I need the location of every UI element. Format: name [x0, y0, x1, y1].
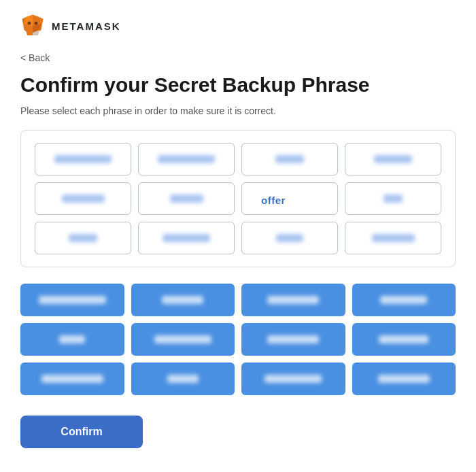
drop-slot-10[interactable]	[138, 222, 235, 254]
word-btn-4[interactable]	[352, 284, 456, 316]
drop-slot-12[interactable]	[345, 222, 441, 254]
drop-slot-4[interactable]	[345, 143, 441, 175]
word-btn-5[interactable]	[20, 323, 124, 356]
drop-slot-3[interactable]	[241, 143, 338, 175]
word-btn-6[interactable]	[131, 323, 235, 356]
word-btn-2[interactable]	[131, 284, 235, 316]
word-btn-9[interactable]	[20, 363, 124, 395]
app-header: METAMASK	[20, 14, 456, 38]
word-btn-8[interactable]	[352, 323, 456, 356]
word-btn-11[interactable]	[241, 363, 345, 395]
word-btn-3[interactable]	[241, 284, 345, 316]
drop-slot-1[interactable]	[35, 143, 131, 175]
word-btn-12[interactable]	[352, 363, 456, 395]
brand-label: METAMASK	[52, 20, 121, 32]
drop-slot-9[interactable]	[35, 222, 131, 254]
svg-point-8	[35, 22, 38, 25]
metamask-fox-icon	[20, 14, 45, 38]
drop-slot-7[interactable]: offer	[241, 182, 338, 215]
back-button[interactable]: < Back	[20, 52, 50, 63]
word-btn-10[interactable]	[131, 363, 235, 395]
drop-slot-8[interactable]	[345, 182, 441, 215]
drop-slot-11[interactable]	[241, 222, 338, 254]
confirm-button[interactable]: Confirm	[20, 416, 143, 448]
word-bank	[20, 284, 456, 395]
word-btn-7[interactable]	[241, 323, 345, 356]
drop-slot-6[interactable]	[138, 182, 235, 215]
word-btn-1[interactable]	[20, 284, 124, 316]
page-title: Confirm your Secret Backup Phrase	[20, 73, 456, 97]
phrase-drop-zone: offer	[20, 130, 456, 267]
drop-slot-2[interactable]	[138, 143, 235, 175]
page-subtitle: Please select each phrase in order to ma…	[20, 105, 456, 116]
drop-slot-5[interactable]	[35, 182, 131, 215]
svg-point-7	[28, 22, 31, 25]
